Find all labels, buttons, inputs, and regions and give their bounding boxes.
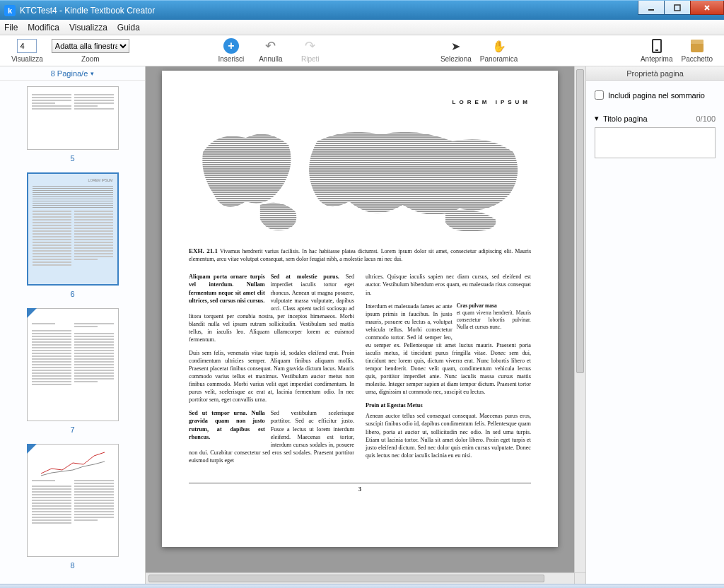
app-icon: k xyxy=(4,5,16,16)
zoom-value-input[interactable] xyxy=(17,39,37,53)
column-right: ultrices. Quisque iaculis sapien nec dia… xyxy=(366,273,531,469)
zoom-group: Adatta alla finestra Zoom xyxy=(52,38,129,63)
window-maximize-button[interactable] xyxy=(664,1,691,15)
page-title-counter: 0/100 xyxy=(696,114,716,123)
scroll-corner xyxy=(574,572,585,584)
svg-rect-5 xyxy=(189,124,531,237)
menu-file[interactable]: File xyxy=(4,23,18,33)
plus-icon[interactable]: + xyxy=(223,38,239,54)
page-6: LOREM IPSUM EXH. 21.1 Vivamus hendrerit … xyxy=(162,71,558,547)
redo-group: ↷ Ripeti xyxy=(295,38,326,63)
window-title: KTCTest4 - Kindle Textbook Creator xyxy=(20,6,638,16)
svg-rect-1 xyxy=(675,5,680,11)
properties-panel: Proprietà pagina Includi pagina nel somm… xyxy=(585,66,724,584)
thumbnail-header[interactable]: 8 Pagina/e xyxy=(0,66,145,81)
properties-header: Proprietà pagina xyxy=(586,66,724,81)
view-label: Visualizza xyxy=(11,55,43,63)
thumbnail-5[interactable]: 5 xyxy=(0,86,145,163)
column-left: Aliquam porta ornare turpis vel interdum… xyxy=(189,273,354,469)
include-in-toc-label: Includi pagina nel sommario xyxy=(608,91,705,100)
preview-label: Anteprima xyxy=(641,55,673,63)
select-label: Seleziona xyxy=(440,55,472,63)
main-area: 8 Pagina/e 5 LOREM IPSUM xyxy=(0,66,724,584)
thumbnail-panel: 8 Pagina/e 5 LOREM IPSUM xyxy=(0,66,146,584)
preview-group: Anteprima xyxy=(641,38,673,63)
page-number: 3 xyxy=(189,483,531,494)
undo-group: ↶ Annulla xyxy=(255,38,286,63)
window-close-button[interactable] xyxy=(690,1,724,15)
undo-label: Annulla xyxy=(259,55,282,63)
menu-help[interactable]: Guida xyxy=(117,23,140,33)
thumbnail-8[interactable]: 8 xyxy=(0,444,145,570)
status-bar xyxy=(0,584,724,588)
package-icon[interactable] xyxy=(691,40,703,52)
exhibit-caption: EXH. 21.1 Vivamus hendrerit varius facil… xyxy=(189,247,531,264)
package-label: Pacchetto xyxy=(682,55,713,63)
vertical-scrollbar[interactable] xyxy=(574,66,585,572)
zoom-fit-select[interactable]: Adatta alla finestra xyxy=(52,39,129,53)
menu-bar: File Modifica Visualizza Guida xyxy=(0,20,724,35)
window-minimize-button[interactable] xyxy=(638,1,665,15)
undo-icon[interactable]: ↶ xyxy=(265,38,276,54)
package-group: Pacchetto xyxy=(682,38,713,63)
menu-edit[interactable]: Modifica xyxy=(28,23,59,33)
redo-icon[interactable]: ↷ xyxy=(305,38,315,54)
insert-group: + Inserisci xyxy=(216,38,247,63)
insert-label: Inserisci xyxy=(218,55,245,63)
window-titlebar: k KTCTest4 - Kindle Textbook Creator xyxy=(0,0,724,20)
document-view: LOREM IPSUM EXH. 21.1 Vivamus hendrerit … xyxy=(146,66,585,584)
device-icon[interactable] xyxy=(652,39,662,53)
thumbnail-7[interactable]: 7 xyxy=(0,308,145,434)
hand-icon[interactable]: ✋ xyxy=(492,40,506,53)
page-title-label: Titolo pagina xyxy=(603,114,648,123)
thumb-num-6: 6 xyxy=(70,290,74,298)
select-group: ➤ Seleziona xyxy=(440,38,472,63)
world-map-figure xyxy=(189,124,531,237)
thumbnail-scroll[interactable]: 5 LOREM IPSUM 6 xyxy=(0,81,145,584)
menu-view[interactable]: Visualizza xyxy=(69,23,107,33)
toolbar: Visualizza Adatta alla finestra Zoom + I… xyxy=(0,35,724,66)
horizontal-scrollbar[interactable] xyxy=(146,572,574,584)
running-head: LOREM IPSUM xyxy=(189,99,531,107)
document-canvas[interactable]: LOREM IPSUM EXH. 21.1 Vivamus hendrerit … xyxy=(146,66,574,572)
include-in-toc-checkbox[interactable] xyxy=(595,90,604,100)
thumbnail-6[interactable]: LOREM IPSUM 6 xyxy=(0,172,145,298)
cursor-icon[interactable]: ➤ xyxy=(451,40,460,53)
pan-label: Panoramica xyxy=(480,55,518,63)
pan-group: ✋ Panoramica xyxy=(480,38,518,63)
disclosure-triangle-icon[interactable]: ▾ xyxy=(595,114,599,123)
view-group: Visualizza xyxy=(11,38,43,63)
thumb-num-8: 8 xyxy=(70,561,74,570)
redo-label: Ripeti xyxy=(301,55,320,63)
page-title-input[interactable] xyxy=(595,127,716,158)
zoom-label: Zoom xyxy=(81,55,100,63)
dogear-icon xyxy=(27,308,37,318)
thumb-num-7: 7 xyxy=(70,425,74,434)
thumb-num-5: 5 xyxy=(70,154,74,163)
